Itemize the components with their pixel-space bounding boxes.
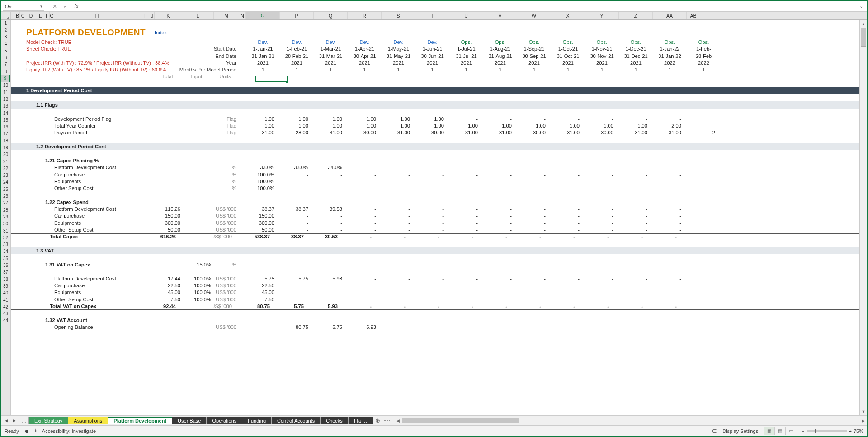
col-K[interactable]: K: [155, 12, 182, 19]
tab-nav-buttons[interactable]: ◄►: [1, 418, 20, 423]
col-Y[interactable]: Y: [585, 12, 619, 19]
row-17[interactable]: 17: [1, 131, 10, 138]
row-40[interactable]: 40: [1, 290, 10, 297]
hscroll-thumb[interactable]: [402, 418, 519, 423]
tab-operations[interactable]: Operations: [206, 417, 242, 424]
col-F[interactable]: F: [45, 12, 50, 19]
accessibility-icon[interactable]: ℹ: [35, 428, 37, 434]
cancel-formula-icon[interactable]: ✕: [50, 2, 59, 11]
col-Q[interactable]: Q: [314, 12, 348, 19]
row-28[interactable]: 28: [1, 207, 10, 214]
tab-funding[interactable]: Funding: [242, 417, 272, 424]
row-10[interactable]: 10: [1, 82, 10, 89]
col-L[interactable]: L: [182, 12, 214, 19]
col-V[interactable]: V: [483, 12, 517, 19]
tab-control-accounts[interactable]: Control Accounts: [271, 417, 321, 424]
display-settings-icon[interactable]: 🖵: [712, 428, 717, 434]
row-27[interactable]: 27: [1, 200, 10, 207]
row-3[interactable]: 3: [1, 34, 10, 41]
col-E[interactable]: E: [36, 12, 45, 19]
col-N[interactable]: N: [239, 12, 246, 19]
col-O[interactable]: O: [246, 12, 280, 19]
col-S[interactable]: S: [382, 12, 415, 19]
tab-user-base[interactable]: User Base: [172, 417, 207, 424]
col-AB[interactable]: AB: [687, 12, 700, 19]
row-12[interactable]: 12: [1, 96, 10, 103]
row-36[interactable]: 36: [1, 262, 10, 269]
col-Z[interactable]: Z: [619, 12, 653, 19]
row-15[interactable]: 15: [1, 117, 10, 124]
row-20[interactable]: 20: [1, 152, 10, 158]
row-35[interactable]: 35: [1, 255, 10, 262]
formula-input[interactable]: [83, 2, 855, 11]
macro-record-icon[interactable]: ⏺: [24, 428, 29, 434]
zoom-percent[interactable]: 75%: [854, 428, 863, 434]
row-21[interactable]: 21: [1, 158, 10, 165]
zoom-in-icon[interactable]: +: [849, 428, 852, 434]
row-44[interactable]: 44: [1, 318, 10, 324]
vertical-scrollbar[interactable]: ▲ ▼: [859, 20, 867, 415]
name-box[interactable]: O9▾: [3, 2, 44, 11]
col-M[interactable]: M: [214, 12, 239, 19]
col-AA[interactable]: AA: [653, 12, 687, 19]
tab-flags[interactable]: Fla …: [348, 417, 373, 424]
tab-exit-strategy[interactable]: Exit Strategy: [28, 417, 68, 424]
row-31[interactable]: 31: [1, 228, 10, 234]
row-23[interactable]: 23: [1, 172, 10, 179]
row-9[interactable]: 9: [1, 75, 10, 82]
col-C[interactable]: C: [20, 12, 26, 19]
zoom-slider[interactable]: [807, 430, 847, 432]
row-22[interactable]: 22: [1, 165, 10, 172]
col-G[interactable]: G: [50, 12, 54, 19]
row-29[interactable]: 29: [1, 214, 10, 220]
col-J[interactable]: J: [150, 12, 155, 19]
col-B[interactable]: B: [15, 12, 20, 19]
accessibility-status[interactable]: Accessibility: Investigate: [42, 428, 96, 434]
col-W[interactable]: W: [517, 12, 551, 19]
scroll-left-icon[interactable]: ◀: [394, 417, 402, 424]
column-headers[interactable]: B C D E F G H I J K L M N O P Q R S T U …: [1, 12, 867, 20]
row-2[interactable]: 2: [1, 27, 10, 33]
insert-function-icon[interactable]: fx: [72, 2, 81, 11]
row-4[interactable]: 4: [1, 41, 10, 48]
row-11[interactable]: 11: [1, 89, 10, 96]
row-14[interactable]: 14: [1, 110, 10, 117]
add-sheet-icon[interactable]: ⊕: [373, 417, 382, 424]
chevron-down-icon[interactable]: ▾: [40, 4, 42, 9]
view-normal-icon[interactable]: ▦: [764, 427, 774, 435]
col-D[interactable]: D: [26, 12, 36, 19]
display-settings[interactable]: Display Settings: [722, 428, 758, 434]
view-page-layout-icon[interactable]: ▤: [774, 427, 785, 435]
row-5[interactable]: 5: [1, 48, 10, 54]
row-1[interactable]: 1: [1, 20, 10, 27]
tab-last-icon[interactable]: ►: [11, 418, 18, 423]
row-24[interactable]: 24: [1, 179, 10, 186]
tab-assumptions[interactable]: Assumptions: [68, 417, 108, 424]
row-25[interactable]: 25: [1, 186, 10, 193]
col-A[interactable]: [11, 12, 15, 19]
row-30[interactable]: 30: [1, 221, 10, 228]
row-6[interactable]: 6: [1, 54, 10, 61]
view-page-break-icon[interactable]: ▭: [785, 427, 796, 435]
zoom-out-icon[interactable]: −: [802, 428, 804, 434]
col-H[interactable]: H: [54, 12, 140, 19]
row-39[interactable]: 39: [1, 283, 10, 290]
row-headers[interactable]: 1234567891011121314151617181920212223242…: [1, 20, 11, 415]
col-P[interactable]: P: [280, 12, 314, 19]
col-I[interactable]: I: [140, 12, 150, 19]
row-13[interactable]: 13: [1, 103, 10, 110]
row-38[interactable]: 38: [1, 276, 10, 283]
select-all-corner[interactable]: [1, 12, 11, 19]
row-26[interactable]: 26: [1, 193, 10, 200]
tab-platform-development[interactable]: Platform Development: [108, 417, 172, 424]
row-32[interactable]: 32: [1, 234, 10, 241]
row-42[interactable]: 42: [1, 304, 10, 310]
row-16[interactable]: 16: [1, 124, 10, 130]
col-X[interactable]: X: [551, 12, 585, 19]
expand-formula-bar-icon[interactable]: ⌄: [857, 2, 865, 11]
horizontal-scrollbar[interactable]: ◀ ▶: [394, 417, 867, 424]
row-33[interactable]: 33: [1, 242, 10, 248]
row-19[interactable]: 19: [1, 144, 10, 151]
tab-first-icon[interactable]: ◄: [3, 418, 10, 423]
col-R[interactable]: R: [348, 12, 382, 19]
